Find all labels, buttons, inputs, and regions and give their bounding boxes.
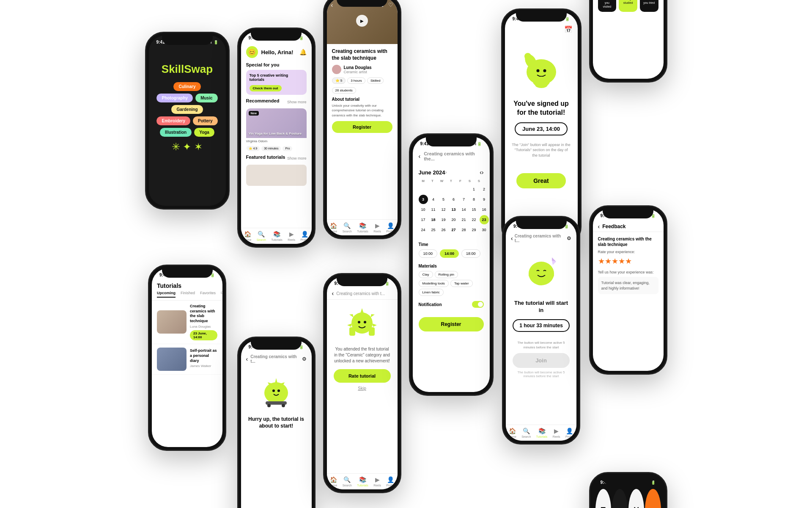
cal-day-3[interactable]: 3 — [419, 195, 428, 204]
tutorial-card-2[interactable]: Self-portrait as a personal diary James … — [152, 344, 222, 375]
cal-day-28[interactable]: 28 — [459, 225, 469, 235]
cal-day-16[interactable]: 16 — [480, 205, 489, 214]
nav-home-3[interactable]: 🏠Home — [329, 222, 337, 233]
time-1400[interactable]: 14:00 — [440, 249, 459, 258]
cal-next-icon[interactable]: › — [482, 169, 484, 176]
hurry-back-icon[interactable]: ‹ — [246, 356, 248, 362]
cal-day-5[interactable]: 5 — [439, 195, 448, 204]
cal-day-27[interactable]: 27 — [449, 225, 458, 235]
cal-day-13[interactable]: 13 — [449, 205, 458, 214]
check-btn[interactable]: Check them out — [250, 85, 282, 91]
cal-day-23[interactable]: 23 — [480, 215, 489, 224]
cal-day-26[interactable]: 26 — [439, 225, 448, 235]
nav-tutorials-6[interactable]: 📚Tutorials — [357, 476, 368, 487]
yoga-duration: 30 minutes — [261, 146, 281, 151]
show-more-btn[interactable]: Show more — [287, 100, 307, 104]
nav-home-2[interactable]: 🏠Home — [244, 231, 252, 241]
tab-downloads[interactable]: Down... — [221, 291, 222, 298]
achieve-back-icon[interactable]: ‹ — [332, 290, 334, 297]
nav-home-9[interactable]: 🏠Home — [508, 428, 516, 438]
pill-photography[interactable]: Photography — [156, 94, 193, 102]
pill-embroidery[interactable]: Embroidery — [156, 116, 190, 125]
tag-students: 26 students — [332, 87, 356, 94]
cal-day-6[interactable]: 6 — [449, 195, 458, 204]
nav-tutorials-label: Tutorials — [271, 238, 283, 241]
cal-day-8[interactable]: 8 — [469, 195, 479, 204]
great-button[interactable]: Great — [516, 173, 566, 188]
nav-tutorials-3[interactable]: 📚Tutorials — [357, 222, 368, 233]
pill-yoga[interactable]: Yoga — [194, 128, 214, 137]
skip-link[interactable]: Skip — [358, 386, 366, 391]
cal-day-17[interactable]: 17 — [419, 215, 428, 224]
cal-day-25[interactable]: 25 — [429, 225, 438, 235]
cal-day-29[interactable]: 29 — [469, 225, 479, 235]
cal-day-12[interactable]: 12 — [439, 205, 448, 214]
card-title-ceramics: Creating ceramics with the slab techniqu… — [190, 304, 217, 324]
bell-icon[interactable]: 🔔 — [299, 49, 307, 55]
instructor-info: Luna Douglas Ceramic artist — [344, 65, 372, 74]
tab-upcoming[interactable]: Upcoming — [157, 291, 176, 298]
join-button[interactable]: Join — [513, 353, 570, 368]
nav-reels-2[interactable]: ▶Reels — [288, 231, 295, 241]
cal-back-icon[interactable]: ‹ — [419, 153, 421, 160]
hurry-settings-icon[interactable]: ⚙ — [302, 356, 307, 362]
cal-expand-icon[interactable]: › — [445, 169, 447, 175]
cal-day-24[interactable]: 24 — [419, 225, 428, 235]
cal-day-22[interactable]: 22 — [469, 215, 479, 224]
nav-search-3[interactable]: 🔍Search — [343, 222, 352, 233]
time-1800[interactable]: 18:00 — [461, 249, 480, 258]
nav-search-9[interactable]: 🔍Search — [521, 428, 531, 438]
start-back-icon[interactable]: ‹ — [511, 235, 513, 242]
nav-profile-3[interactable]: 👤Profile — [386, 222, 395, 233]
cal-day-18[interactable]: 18 — [429, 215, 438, 224]
tab-finished[interactable]: Finished — [181, 291, 195, 298]
notification-toggle[interactable] — [472, 301, 484, 308]
play-button[interactable]: ▶ — [356, 15, 368, 27]
back-icon[interactable]: ‹ — [331, 2, 333, 8]
nav-reels-6[interactable]: ▶Reels — [373, 476, 381, 487]
nav-search-6[interactable]: 🔍Search — [343, 476, 352, 487]
time-1000[interactable]: 10:00 — [419, 249, 438, 258]
start-title-text: Creating ceramics with t... — [515, 234, 567, 243]
pill-culinary[interactable]: Culinary — [173, 82, 200, 91]
nav-profile-6[interactable]: 👤Profile — [386, 476, 395, 487]
nav-tutorials-9[interactable]: 📚Tutorials — [536, 428, 548, 438]
cal-day-10[interactable]: 10 — [419, 205, 428, 214]
rate-tutorial-button[interactable]: Rate tutorial — [334, 369, 391, 383]
cal-day-11[interactable]: 11 — [429, 205, 438, 214]
cal-day-7[interactable]: 7 — [459, 195, 469, 204]
cal-day-9[interactable]: 9 — [480, 195, 489, 204]
nav-home-6[interactable]: 🏠Home — [329, 476, 337, 487]
nav-profile-2[interactable]: 👤Profile — [300, 231, 309, 241]
nav-reels-3[interactable]: ▶Reels — [373, 222, 381, 233]
pill-music[interactable]: Music — [195, 94, 217, 102]
feedback-back-icon[interactable]: ‹ — [598, 223, 600, 230]
pill-gardening[interactable]: Gardening — [171, 105, 203, 114]
cal-day-4[interactable]: 4 — [429, 195, 438, 204]
special-card[interactable]: Top 5 creative writing tutorials Check t… — [246, 70, 307, 95]
register-button-4[interactable]: Register — [419, 317, 484, 331]
start-settings-icon[interactable]: ⚙ — [567, 235, 571, 241]
cal-day-20[interactable]: 20 — [449, 215, 458, 224]
tutorial-card-1[interactable]: Creating ceramics with the slab techniqu… — [152, 301, 222, 344]
cal-day-30[interactable]: 30 — [480, 225, 489, 235]
heart-icon[interactable]: ♡ — [388, 2, 393, 8]
nav-tutorials-2[interactable]: 📚Tutorials — [271, 231, 283, 241]
register-button-3[interactable]: Register — [332, 121, 392, 133]
yoga-card[interactable]: New Yin Yoga for Low Back & Posture Virg… — [246, 108, 307, 151]
nav-reels-9[interactable]: ▶Reels — [553, 428, 560, 438]
cal-day-19[interactable]: 19 — [439, 215, 448, 224]
cal-day-21[interactable]: 21 — [459, 215, 469, 224]
pill-pottery[interactable]: Pottery — [193, 116, 217, 125]
cal-day-15[interactable]: 15 — [469, 205, 479, 214]
nav-profile-9[interactable]: 👤Profile — [565, 428, 574, 438]
cal-day-14[interactable]: 14 — [459, 205, 469, 214]
cal-day-1[interactable]: 1 — [469, 185, 479, 194]
nav-search-2[interactable]: 🔍Search — [257, 231, 266, 241]
calendar-icon[interactable]: 📅 — [564, 25, 573, 33]
cal-day-2[interactable]: 2 — [480, 185, 489, 194]
featured-show-more[interactable]: Show more — [287, 156, 307, 160]
pill-illustration[interactable]: Illustration — [160, 128, 192, 137]
tab-favorites[interactable]: Favorites — [200, 291, 216, 298]
phone-screen-9: 9:41 ●●● WiFi 🔋 ‹ Creating ceramics with… — [506, 220, 576, 441]
